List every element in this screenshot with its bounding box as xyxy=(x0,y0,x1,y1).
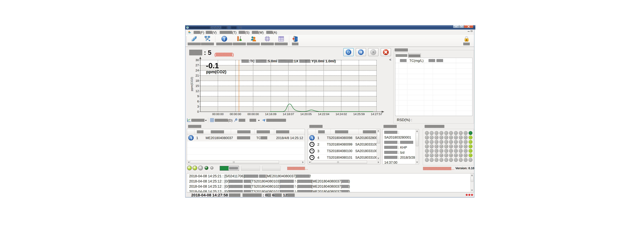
svg-text:i: i xyxy=(224,36,225,42)
